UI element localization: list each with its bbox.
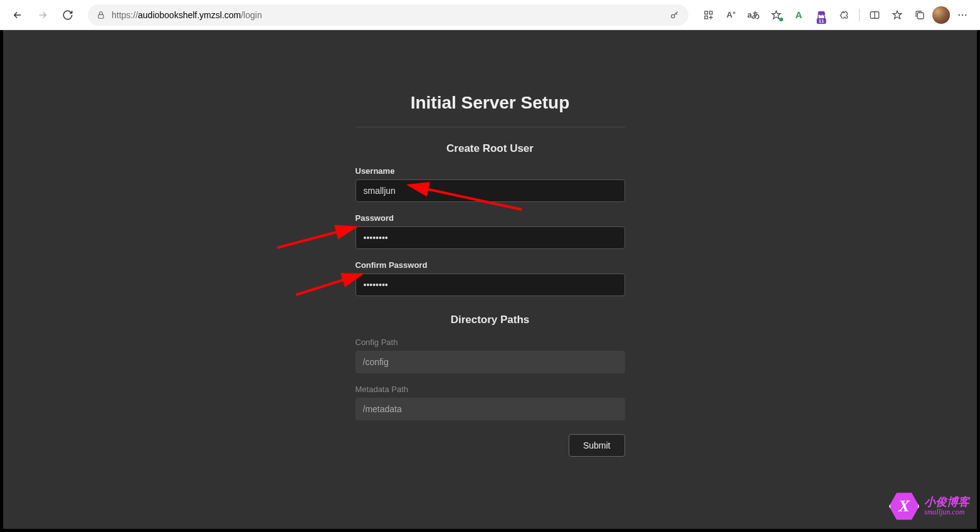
svg-point-9 [962, 14, 963, 15]
translate-icon[interactable]: aあ [744, 5, 764, 25]
key-icon[interactable] [670, 10, 680, 20]
svg-rect-2 [705, 11, 708, 14]
profile-avatar[interactable] [932, 6, 950, 24]
config-path-label: Config Path [356, 338, 625, 347]
watermark-badge-icon: X [889, 491, 919, 521]
create-user-heading: Create Root User [356, 142, 625, 155]
svg-point-10 [965, 14, 966, 15]
svg-rect-4 [705, 16, 708, 19]
watermark-url: smalljun.com [924, 508, 969, 516]
lock-icon [97, 11, 105, 19]
collections-icon[interactable]: 11 [811, 5, 831, 25]
page-title: Initial Server Setup [356, 93, 625, 127]
username-input[interactable] [356, 179, 625, 202]
page-viewport: Initial Server Setup Create Root User Us… [3, 30, 977, 529]
apps-icon[interactable] [698, 5, 719, 25]
adblock-icon[interactable]: A [789, 5, 809, 25]
directory-paths-heading: Directory Paths [356, 314, 625, 326]
browser-toolbar: https://audiobookshelf.ymzsl.com/login A… [0, 0, 980, 30]
tabs-icon[interactable] [910, 5, 930, 25]
config-path-input [356, 351, 625, 373]
metadata-path-input [356, 398, 625, 420]
svg-rect-7 [917, 13, 924, 19]
favorites-star-icon[interactable] [887, 5, 907, 25]
metadata-path-label: Metadata Path [356, 385, 625, 394]
password-input[interactable] [356, 226, 625, 249]
svg-point-8 [959, 14, 960, 15]
submit-button[interactable]: Submit [569, 434, 625, 457]
toolbar-divider [859, 9, 860, 21]
url-text: https://audiobookshelf.ymzsl.com/login [112, 10, 663, 20]
back-button[interactable] [8, 5, 28, 25]
svg-line-12 [277, 227, 356, 248]
watermark: X 小俊博客 smalljun.com [889, 491, 969, 521]
svg-rect-3 [710, 11, 713, 14]
extensions-icon[interactable] [834, 5, 854, 25]
username-label: Username [356, 166, 625, 176]
password-label: Password [356, 213, 625, 223]
confirm-password-label: Confirm Password [356, 260, 625, 270]
watermark-title: 小俊博客 [924, 496, 969, 509]
svg-line-13 [296, 274, 362, 295]
forward-button[interactable] [33, 5, 53, 25]
address-bar[interactable]: https://audiobookshelf.ymzsl.com/login [88, 4, 688, 26]
more-icon[interactable] [952, 5, 972, 25]
split-screen-icon[interactable] [865, 5, 885, 25]
refresh-button[interactable] [58, 5, 78, 25]
svg-rect-0 [98, 14, 103, 18]
setup-form: Initial Server Setup Create Root User Us… [356, 30, 625, 457]
confirm-password-input[interactable] [356, 274, 625, 296]
read-aloud-icon[interactable]: A» [721, 5, 741, 25]
favorite-icon[interactable] [766, 5, 786, 25]
